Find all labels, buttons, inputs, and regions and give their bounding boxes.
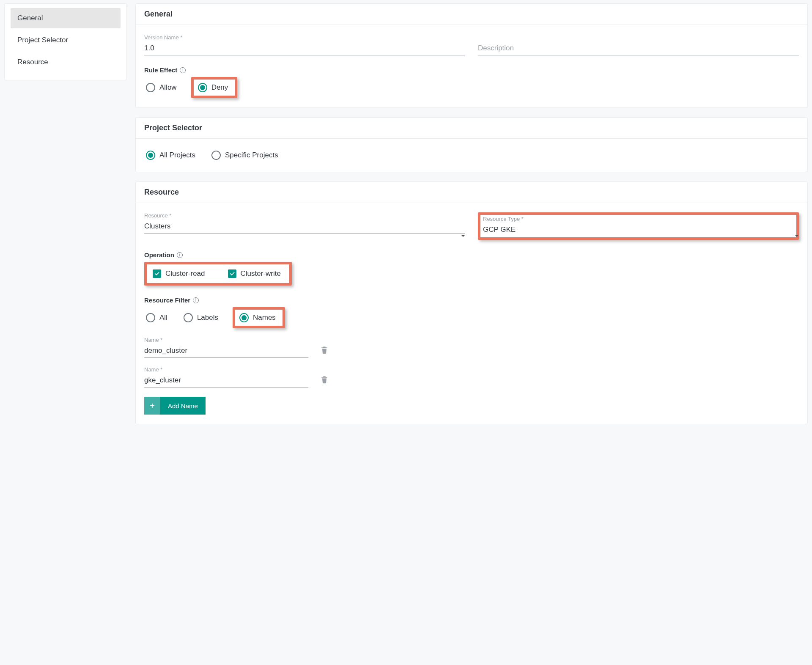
operation-label: Operation i: [144, 251, 799, 258]
radio-label: Specific Projects: [225, 151, 278, 159]
resource-select[interactable]: [144, 220, 465, 234]
radio-unselected-icon: [211, 151, 221, 160]
radio-selected-icon: [146, 151, 155, 160]
name-label: Name *: [144, 366, 308, 373]
rule-effect-label: Rule Effect i: [144, 66, 799, 74]
sidebar-nav: General Project Selector Resource: [4, 3, 127, 80]
info-icon: i: [177, 252, 183, 258]
radio-label: Names: [253, 313, 276, 322]
name-row: Name *: [144, 337, 330, 358]
trash-icon: [320, 375, 329, 384]
resource-filter-label: Resource Filter i: [144, 297, 799, 304]
radio-label: Deny: [211, 83, 228, 92]
add-name-button[interactable]: + Add Name: [144, 397, 206, 415]
filter-labels-radio[interactable]: Labels: [182, 311, 222, 325]
resource-label: Resource *: [144, 212, 465, 219]
highlight-resource-type: Resource Type *: [478, 212, 799, 240]
filter-all-radio[interactable]: All: [144, 311, 172, 325]
name-input[interactable]: [144, 345, 308, 358]
sidebar-item-project-selector[interactable]: Project Selector: [11, 30, 121, 50]
radio-label: Allow: [159, 83, 177, 92]
version-name-input[interactable]: [144, 42, 465, 55]
cluster-write-checkbox[interactable]: Cluster-write: [226, 267, 285, 280]
radio-unselected-icon: [146, 313, 155, 322]
resource-type-select[interactable]: [483, 224, 794, 236]
name-label: Name *: [144, 337, 308, 343]
delete-name-button[interactable]: [318, 343, 330, 356]
radio-label: All: [159, 313, 167, 322]
project-selector-heading: Project Selector: [136, 118, 807, 139]
checkbox-label: Cluster-read: [165, 269, 205, 278]
name-input[interactable]: [144, 374, 308, 387]
resource-type-label: Resource Type *: [483, 216, 794, 222]
radio-selected-icon: [198, 83, 207, 92]
highlight-filter-names: Names: [233, 307, 285, 328]
name-row: Name *: [144, 366, 330, 387]
radio-label: Labels: [197, 313, 218, 322]
chevron-down-icon: [461, 235, 465, 237]
sidebar-item-label: General: [17, 14, 43, 22]
sidebar-item-label: Project Selector: [17, 36, 68, 44]
checkbox-checked-icon: [228, 269, 236, 278]
info-icon: i: [193, 297, 199, 303]
delete-name-button[interactable]: [318, 373, 330, 386]
plus-icon: +: [144, 397, 160, 415]
description-input[interactable]: [478, 42, 799, 55]
project-selector-card: Project Selector All Projects Specific P…: [135, 117, 808, 172]
add-name-label: Add Name: [160, 397, 206, 415]
sidebar-item-general[interactable]: General: [11, 8, 121, 28]
info-icon: i: [180, 67, 186, 73]
highlight-deny: Deny: [191, 77, 238, 98]
general-card: General Version Name * . Rule Effect i: [135, 3, 808, 108]
cluster-read-checkbox[interactable]: Cluster-read: [151, 267, 209, 280]
radio-selected-icon: [239, 313, 249, 322]
checkbox-checked-icon: [153, 269, 161, 278]
general-heading: General: [136, 4, 807, 25]
radio-unselected-icon: [146, 83, 155, 92]
resource-heading: Resource: [136, 182, 807, 203]
project-specific-radio[interactable]: Specific Projects: [210, 148, 283, 162]
radio-label: All Projects: [159, 151, 195, 159]
resource-card: Resource Resource * Resource Type *: [135, 181, 808, 424]
sidebar-item-label: Resource: [17, 58, 48, 66]
project-all-radio[interactable]: All Projects: [144, 148, 200, 162]
filter-names-radio[interactable]: Names: [238, 311, 280, 325]
rule-effect-deny-radio[interactable]: Deny: [196, 80, 233, 95]
trash-icon: [320, 345, 329, 354]
version-name-label: Version Name *: [144, 34, 465, 41]
highlight-operations: Cluster-read Cluster-write: [144, 262, 292, 286]
radio-unselected-icon: [184, 313, 193, 322]
checkbox-label: Cluster-write: [241, 269, 281, 278]
rule-effect-allow-radio[interactable]: Allow: [144, 80, 181, 95]
sidebar-item-resource[interactable]: Resource: [11, 52, 121, 72]
